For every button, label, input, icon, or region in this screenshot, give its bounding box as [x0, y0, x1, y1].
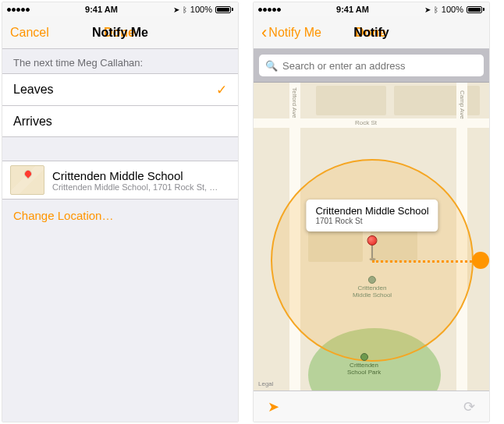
bluetooth-icon: ᛒ [183, 5, 187, 14]
battery-icon [467, 6, 484, 13]
radius-handle[interactable] [472, 252, 489, 269]
notify-map-body: 🔍 Telford Ave Camp Ave Rock St [254, 49, 489, 422]
search-icon: 🔍 [265, 60, 278, 72]
poi-park-icon [360, 353, 368, 361]
map-view[interactable]: Telford Ave Camp Ave Rock St Crittenden … [254, 83, 489, 390]
building-shape [316, 86, 386, 115]
phone-notify-map: 9:41 AM ➤ ᛒ 100% ‹ Notify Me Notify Done… [253, 2, 490, 422]
street-label-camp: Camp Ave [459, 90, 466, 119]
map-toolbar: ➤ ⟳ [254, 390, 489, 422]
status-right: ➤ ᛒ 100% [173, 5, 233, 14]
status-time: 9:41 AM [85, 5, 118, 14]
street-label-rock: Rock St [355, 119, 377, 126]
done-label: Done [355, 26, 386, 40]
section-label: The next time Meg Callahan: [2, 49, 238, 73]
back-button[interactable]: ‹ Notify Me [261, 24, 324, 41]
status-bar: 9:41 AM ➤ ᛒ 100% [254, 2, 489, 16]
notify-me-body: The next time Meg Callahan: Leaves ✓ Arr… [2, 49, 238, 422]
map-callout[interactable]: Crittenden Middle School 1701 Rock St [306, 200, 438, 231]
callout-subtitle: 1701 Rock St [315, 217, 428, 225]
status-left [258, 8, 281, 12]
signal-dots-icon [258, 8, 281, 12]
nav-bar: ‹ Notify Me Notify Done [254, 16, 489, 49]
status-time: 9:41 AM [336, 5, 369, 14]
chevron-left-icon: ‹ [261, 24, 267, 41]
search-input[interactable] [282, 60, 477, 72]
battery-pct: 100% [442, 5, 463, 14]
trigger-list: Leaves ✓ Arrives [2, 73, 238, 137]
phone-notify-me: 9:41 AM ➤ ᛒ 100% Cancel Notify Me Done T… [2, 2, 239, 422]
radius-line [372, 260, 481, 263]
location-map-thumb-icon [10, 165, 44, 195]
poi-park-label: Crittenden School Park [347, 362, 381, 376]
signal-dots-icon [7, 8, 30, 12]
poi-school-icon [368, 276, 376, 284]
location-row[interactable]: Crittenden Middle School Crittenden Midd… [2, 161, 238, 200]
map-legal[interactable]: Legal [258, 380, 274, 387]
geofence-circle[interactable]: Crittenden Middle School 1701 Rock St Cr… [271, 159, 474, 362]
spacer [2, 137, 238, 161]
back-label: Notify Me [268, 26, 321, 40]
cancel-button[interactable]: Cancel [10, 26, 73, 40]
bluetooth-icon: ᛒ [434, 5, 438, 14]
status-left [7, 8, 30, 12]
poi-school: Crittenden Middle School [353, 276, 392, 299]
change-location-button[interactable]: Change Location… [2, 200, 238, 231]
location-text: Crittenden Middle School Crittenden Midd… [52, 169, 224, 192]
poi-park: Crittenden School Park [347, 353, 381, 376]
refresh-icon[interactable]: ⟳ [463, 398, 475, 415]
change-location-label: Change Location… [13, 209, 113, 222]
done-button[interactable]: Done [73, 26, 135, 40]
nav-bar: Cancel Notify Me Done [2, 16, 238, 49]
search-field[interactable]: 🔍 [259, 55, 484, 76]
cancel-label: Cancel [10, 26, 49, 40]
search-bar: 🔍 [254, 49, 489, 83]
street-label-telford: Telford Ave [291, 87, 298, 118]
location-arrow-icon: ➤ [424, 5, 431, 14]
option-leaves-label: Leaves [13, 83, 54, 97]
poi-school-label: Crittenden Middle School [353, 284, 392, 299]
location-title: Crittenden Middle School [52, 169, 224, 182]
status-bar: 9:41 AM ➤ ᛒ 100% [2, 2, 238, 16]
option-leaves[interactable]: Leaves ✓ [2, 74, 238, 105]
location-arrow-icon: ➤ [173, 5, 179, 14]
battery-pct: 100% [190, 5, 212, 14]
battery-icon [215, 6, 233, 13]
checkmark-icon: ✓ [216, 82, 227, 98]
status-right: ➤ ᛒ 100% [424, 5, 484, 14]
done-button[interactable]: Done [324, 26, 386, 40]
callout-title: Crittenden Middle School [315, 205, 428, 217]
locate-me-icon[interactable]: ➤ [268, 398, 279, 415]
location-subtitle: Crittenden Middle School, 1701 Rock St, … [52, 182, 224, 192]
option-arrives-label: Arrives [13, 115, 52, 129]
map-pin-icon[interactable] [367, 235, 378, 260]
option-arrives[interactable]: Arrives [2, 105, 238, 136]
done-label: Done [104, 26, 135, 40]
